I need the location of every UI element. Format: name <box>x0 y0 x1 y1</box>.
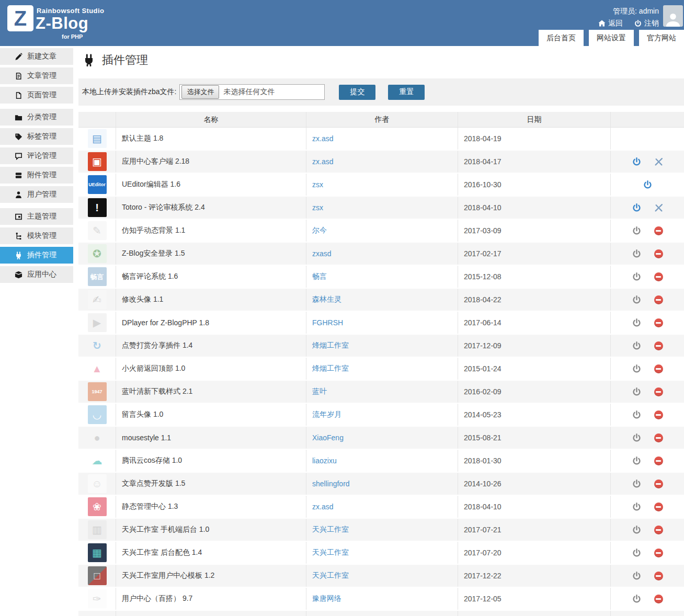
plugin-delete-button[interactable] <box>654 479 663 488</box>
plugin-power-off-button[interactable] <box>632 410 641 419</box>
plugin-delete-button[interactable] <box>654 387 663 396</box>
sidebar-item-category-manage[interactable]: 分类管理 <box>0 109 73 126</box>
plugin-author-link[interactable]: 尔今 <box>312 226 327 235</box>
table-row: ✑用户中心（百搭） 9.7豫唐网络2017-12-05 <box>78 588 684 611</box>
plugin-power-off-button[interactable] <box>632 433 641 442</box>
plugin-author-link[interactable]: 天兴工作室 <box>312 571 349 580</box>
sidebar-item-user-manage[interactable]: 用户管理 <box>0 186 73 203</box>
plugin-power-on-button[interactable] <box>632 157 641 166</box>
power-icon <box>634 20 642 27</box>
sidebar-item-attachment-manage[interactable]: 附件管理 <box>0 167 73 184</box>
plugin-delete-button[interactable] <box>654 502 663 511</box>
plugin-delete-button[interactable] <box>654 341 663 350</box>
plugin-author-link[interactable]: 森林生灵 <box>312 295 341 304</box>
plugin-author-link[interactable]: 天兴工作室 <box>312 525 349 534</box>
plugin-power-off-button[interactable] <box>632 272 641 281</box>
plugin-date: 2017-07-21 <box>464 526 501 534</box>
plugin-power-off-button[interactable] <box>632 318 641 327</box>
plugin-author-link[interactable]: 畅言 <box>312 272 327 281</box>
plugin-manage-icon <box>14 251 22 259</box>
sidebar-item-tag-manage[interactable]: 标签管理 <box>0 128 73 145</box>
plugin-power-off-button[interactable] <box>632 456 641 465</box>
plugin-power-off-button[interactable] <box>632 249 641 258</box>
plugin-delete-button[interactable] <box>654 433 663 442</box>
plugin-delete-button[interactable] <box>654 594 663 603</box>
reset-button[interactable]: 重置 <box>388 85 425 100</box>
sidebar-item-theme-manage[interactable]: 主题管理 <box>0 208 73 225</box>
plugin-author-link[interactable]: FGHRSH <box>312 318 343 327</box>
sidebar-item-module-manage[interactable]: 模块管理 <box>0 227 73 244</box>
sidebar-item-app-center[interactable]: 应用中心 <box>0 266 73 283</box>
sidebar-item-article-manage[interactable]: 文章管理 <box>0 67 73 84</box>
back-link[interactable]: 返回 <box>598 18 623 29</box>
plugin-power-off-button[interactable] <box>632 594 641 603</box>
plugin-author-link[interactable]: 烽烟工作室 <box>312 364 349 373</box>
sidebar-item-label: 用户管理 <box>27 190 56 199</box>
plugin-settings-button[interactable] <box>654 157 663 166</box>
table-row: ▲小火箭返回顶部 1.0烽烟工作室2015-01-24 <box>78 358 684 381</box>
admin-avatar[interactable] <box>663 5 683 27</box>
plugin-author-link[interactable]: zxasd <box>312 249 332 258</box>
plugin-name: 仿知乎动态背景 1.1 <box>122 226 185 235</box>
header-tab-2[interactable]: 官方网站 <box>639 30 684 46</box>
plugin-settings-button[interactable] <box>654 203 663 212</box>
plugin-delete-button[interactable] <box>654 295 663 304</box>
plugin-power-off-button[interactable] <box>632 571 641 580</box>
header-tab-1[interactable]: 网站设置 <box>589 30 634 46</box>
plugin-author-link[interactable]: 流年岁月 <box>312 410 341 419</box>
plugin-actions-cell <box>611 450 684 472</box>
plugin-delete-button[interactable] <box>654 249 663 258</box>
plugin-author-link[interactable]: 豫唐网络 <box>312 594 341 603</box>
choose-file-button[interactable]: 选择文件 <box>181 85 219 99</box>
plugin-power-off-button[interactable] <box>632 341 641 350</box>
plugin-power-off-button[interactable] <box>632 479 641 488</box>
plugin-power-off-button[interactable] <box>632 548 641 557</box>
plugin-author-link[interactable]: 蓝叶 <box>312 387 327 396</box>
submit-button[interactable]: 提交 <box>339 85 375 100</box>
table-row: UEditorUEditor编辑器 1.6zsx2016-10-30 <box>78 174 684 197</box>
sidebar-item-plugin-manage[interactable]: 插件管理 <box>0 247 73 264</box>
file-input[interactable]: 选择文件 未选择任何文件 <box>179 84 325 100</box>
sidebar-group: 新建文章文章管理页面管理 <box>0 48 73 104</box>
plugin-power-off-button[interactable] <box>632 502 641 511</box>
plugin-author-link[interactable]: zx.asd <box>312 157 333 166</box>
plugin-icon-cell: 畅言 <box>78 266 116 288</box>
minus-circle-icon <box>654 410 663 419</box>
plugin-delete-button[interactable] <box>654 272 663 281</box>
plugin-power-off-button[interactable] <box>632 226 641 235</box>
plugin-delete-button[interactable] <box>654 548 663 557</box>
plugin-delete-button[interactable] <box>654 364 663 373</box>
plugin-author-link[interactable]: XiaoFeng <box>312 434 344 442</box>
sidebar-item-comment-manage[interactable]: 评论管理 <box>0 147 73 164</box>
plugin-delete-button[interactable] <box>654 571 663 580</box>
plugin-author-link[interactable]: 天兴工作室 <box>312 548 349 557</box>
plugin-delete-button[interactable] <box>654 525 663 534</box>
plugin-author-link[interactable]: 烽烟工作室 <box>312 341 349 350</box>
plugin-delete-button[interactable] <box>654 456 663 465</box>
plugin-actions-cell <box>611 358 684 380</box>
plugin-author-link[interactable]: zx.asd <box>312 503 333 511</box>
plugin-delete-button[interactable] <box>654 226 663 235</box>
plugin-author-link[interactable]: shellingford <box>312 480 350 488</box>
plugin-power-off-button[interactable] <box>632 525 641 534</box>
header-tab-0[interactable]: 后台首页 <box>539 30 584 46</box>
sidebar-item-new-article[interactable]: 新建文章 <box>0 48 73 65</box>
logout-link[interactable]: 注销 <box>634 18 659 29</box>
plugin-power-off-button[interactable] <box>632 387 641 396</box>
attachment-manage-icon <box>14 171 22 179</box>
plugin-delete-button[interactable] <box>654 318 663 327</box>
upload-label: 本地上传并安装插件zba文件: <box>82 87 176 97</box>
plugin-author-link[interactable]: zx.asd <box>312 134 333 143</box>
plugin-power-off-button[interactable] <box>632 295 641 304</box>
plugin-delete-button[interactable] <box>654 410 663 419</box>
sidebar-item-page-manage[interactable]: 页面管理 <box>0 87 73 104</box>
plugin-date: 2016-10-30 <box>464 180 501 189</box>
plugin-author-link[interactable]: liaozixu <box>312 457 337 465</box>
plugin-author-link[interactable]: zsx <box>312 203 323 212</box>
plugin-power-on-button[interactable] <box>643 180 652 189</box>
plugin-power-on-button[interactable] <box>632 203 641 212</box>
table-row: ▦天兴工作室 后台配色 1.4天兴工作室2017-07-20 <box>78 542 684 565</box>
zblog-logo[interactable]: Z <box>7 5 33 31</box>
plugin-author-link[interactable]: zsx <box>312 180 323 189</box>
plugin-power-off-button[interactable] <box>632 364 641 373</box>
